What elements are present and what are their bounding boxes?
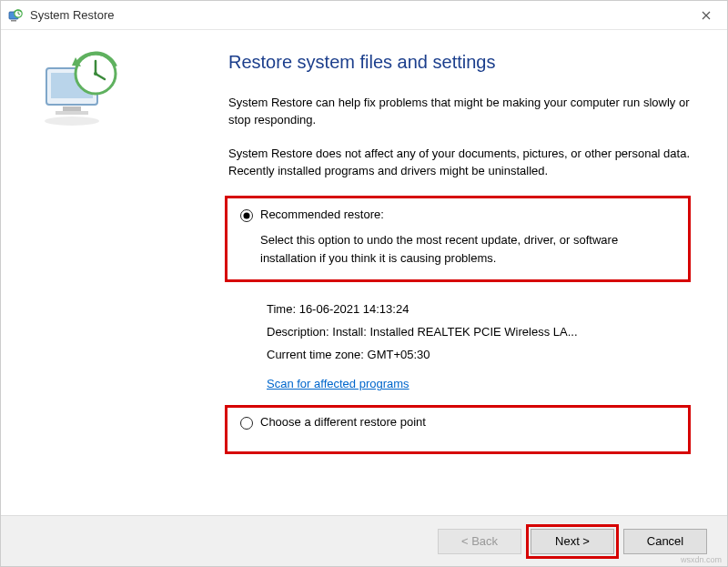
dialog-body: Restore system files and settings System… <box>1 30 727 515</box>
system-restore-window: System Restore <box>0 0 728 567</box>
cancel-button[interactable]: Cancel <box>623 529 707 554</box>
close-button[interactable] <box>685 1 727 30</box>
svg-rect-7 <box>56 111 88 115</box>
detail-time: Time: 16-06-2021 14:13:24 <box>267 299 691 321</box>
detail-timezone: Current time zone: GMT+05:30 <box>267 344 691 367</box>
restore-icon <box>8 8 23 23</box>
recommended-restore-desc: Select this option to undo the most rece… <box>260 231 675 267</box>
back-button: < Back <box>438 529 521 554</box>
scan-affected-programs-link[interactable]: Scan for affected programs <box>267 377 410 390</box>
restore-details: Time: 16-06-2021 14:13:24 Description: I… <box>267 299 691 366</box>
recommended-restore-highlight: Recommended restore: Select this option … <box>225 196 691 282</box>
restore-large-icon <box>39 48 126 133</box>
radio-different[interactable] <box>240 417 253 430</box>
intro-paragraph-2: System Restore does not affect any of yo… <box>228 146 691 180</box>
svg-rect-6 <box>63 106 81 111</box>
next-button[interactable]: Next > <box>531 529 614 554</box>
svg-point-8 <box>45 116 99 126</box>
watermark: wsxdn.com <box>681 555 722 564</box>
titlebar: System Restore <box>1 1 727 30</box>
detail-description: Description: Install: Installed REALTEK … <box>267 321 691 344</box>
sidebar <box>1 30 165 515</box>
recommended-restore-label: Recommended restore: <box>260 208 384 221</box>
different-restore-highlight: Choose a different restore point <box>225 405 691 454</box>
title-text: System Restore <box>30 8 114 22</box>
svg-point-10 <box>94 72 97 76</box>
intro-paragraph-1: System Restore can help fix problems tha… <box>228 95 691 129</box>
footer: < Back Next > Cancel <box>1 515 727 566</box>
recommended-restore-option[interactable]: Recommended restore: <box>240 208 675 222</box>
close-icon <box>702 11 711 20</box>
page-heading: Restore system files and settings <box>228 52 691 73</box>
radio-recommended[interactable] <box>240 209 253 222</box>
different-restore-option[interactable]: Choose a different restore point <box>240 415 675 430</box>
svg-rect-1 <box>11 20 16 22</box>
different-restore-label: Choose a different restore point <box>260 415 426 429</box>
content-area: Restore system files and settings System… <box>165 30 727 515</box>
